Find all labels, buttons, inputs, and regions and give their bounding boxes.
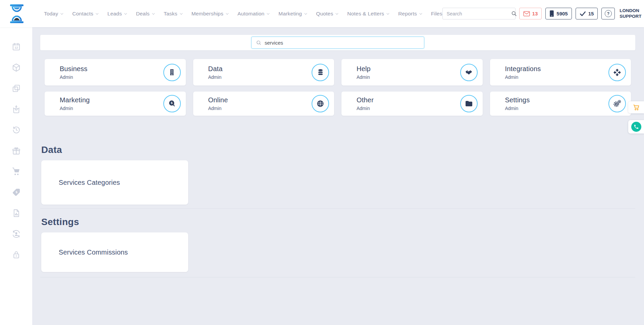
- phone-float-button[interactable]: [628, 120, 644, 133]
- dollar-chat-icon: $: [163, 95, 181, 112]
- link-services-commissions[interactable]: Services Commissions: [59, 249, 128, 256]
- folder-icon: [460, 95, 478, 112]
- card-title: Integrations: [505, 65, 541, 73]
- nav-label: Today: [44, 11, 58, 17]
- chevron-down-icon: [419, 12, 422, 14]
- nav-item-files[interactable]: Files: [431, 11, 442, 17]
- card-title: Other: [357, 96, 374, 104]
- report-document-icon[interactable]: [11, 208, 21, 218]
- phone-badge[interactable]: 5905: [545, 8, 572, 19]
- svg-text:12: 12: [14, 46, 18, 49]
- nav-label: Contacts: [72, 11, 93, 17]
- handshake-icon: [460, 64, 478, 81]
- nav-label: Reports: [398, 11, 417, 17]
- move-arrows-icon: [608, 64, 626, 81]
- gift-icon[interactable]: [11, 146, 21, 156]
- chevron-down-icon: [386, 12, 389, 14]
- section-divider: [40, 277, 635, 277]
- card-business-admin[interactable]: Business Admin: [45, 59, 186, 86]
- nav-item-tasks[interactable]: Tasks: [164, 11, 182, 17]
- smartphone-icon: [549, 10, 554, 17]
- card-integrations-admin[interactable]: Integrations Admin: [490, 59, 631, 86]
- topbar-search: [442, 8, 516, 19]
- settings-section-card: Services Commissions: [41, 232, 188, 272]
- question-mark-icon: ?: [605, 10, 612, 17]
- chevron-down-icon: [180, 12, 182, 14]
- nav-label: Automation: [237, 11, 264, 17]
- topbar-right-cluster: 13 5905 15 ? LONDON SUPPORT: [442, 6, 644, 21]
- svg-text:$: $: [15, 190, 17, 194]
- card-title: Online: [208, 96, 228, 104]
- app-logo-hourglass[interactable]: [9, 4, 24, 23]
- card-subtitle: Admin: [505, 106, 530, 111]
- shopping-bag-download-icon[interactable]: [11, 104, 21, 114]
- section-title-settings: Settings: [41, 217, 635, 227]
- card-title: Business: [60, 65, 88, 73]
- search-icon: [256, 40, 262, 46]
- nav-label: Quotes: [316, 11, 333, 17]
- search-button[interactable]: [511, 8, 517, 19]
- card-title: Help: [357, 65, 371, 73]
- nav-item-deals[interactable]: Deals: [136, 11, 154, 17]
- left-sidebar: 12: [0, 27, 32, 325]
- database-icon: [312, 64, 329, 81]
- nav-item-contacts[interactable]: Contacts: [72, 11, 98, 17]
- phone-count: 5905: [556, 11, 568, 16]
- lock-icon[interactable]: [11, 250, 21, 260]
- nav-item-memberships[interactable]: Memberships: [192, 11, 228, 17]
- globe-icon: [312, 95, 329, 112]
- shopping-cart-icon[interactable]: [11, 167, 21, 176]
- messages-badge[interactable]: 13: [519, 8, 542, 19]
- copy-icon[interactable]: [11, 84, 21, 93]
- help-button[interactable]: ?: [601, 8, 615, 19]
- nav-label: Tasks: [164, 11, 177, 17]
- chevron-down-icon: [267, 12, 269, 14]
- cart-icon: [632, 103, 640, 111]
- main-content: Business Admin Data Admin: [32, 27, 644, 325]
- card-online-admin[interactable]: Online Admin: [193, 92, 334, 116]
- nav-label: Marketing: [278, 11, 302, 17]
- section-divider: [40, 208, 635, 209]
- nav-item-notes-letters[interactable]: Notes & Letters: [347, 11, 388, 17]
- card-subtitle: Admin: [208, 74, 223, 80]
- main-nav: Today Contacts Leads Deals Tasks Members…: [44, 11, 442, 17]
- card-data-admin[interactable]: Data Admin: [193, 59, 334, 86]
- nav-item-marketing[interactable]: Marketing: [278, 11, 306, 17]
- card-marketing-admin[interactable]: Marketing Admin $: [45, 92, 186, 116]
- nav-item-today[interactable]: Today: [44, 11, 62, 17]
- card-subtitle: Admin: [208, 106, 228, 111]
- topbar-search-input[interactable]: [443, 11, 511, 16]
- building-icon: [163, 64, 181, 81]
- envelope-icon: [523, 11, 530, 16]
- card-title: Marketing: [60, 96, 90, 104]
- cart-float-button[interactable]: [628, 101, 644, 113]
- chevron-down-icon: [304, 12, 307, 14]
- card-settings-admin[interactable]: Settings Admin: [490, 92, 631, 116]
- card-other-admin[interactable]: Other Admin: [341, 92, 483, 116]
- chevron-down-icon: [226, 12, 228, 14]
- chevron-down-icon: [336, 12, 338, 14]
- card-subtitle: Admin: [60, 74, 88, 80]
- price-tag-icon[interactable]: $: [11, 187, 21, 197]
- card-subtitle: Admin: [357, 106, 374, 111]
- chevron-down-icon: [96, 12, 98, 14]
- history-icon[interactable]: [11, 125, 21, 135]
- nav-item-quotes[interactable]: Quotes: [316, 11, 337, 17]
- card-subtitle: Admin: [60, 106, 90, 111]
- card-help-admin[interactable]: Help Admin: [341, 59, 483, 86]
- phone-call-icon: [631, 122, 641, 132]
- tasks-badge[interactable]: 15: [576, 8, 598, 19]
- nav-item-reports[interactable]: Reports: [398, 11, 421, 17]
- user-name-line2: SUPPORT: [620, 14, 641, 19]
- package-icon[interactable]: [11, 63, 21, 72]
- section-title-data: Data: [41, 145, 635, 155]
- link-services-categories[interactable]: Services Categories: [59, 179, 120, 186]
- nav-item-automation[interactable]: Automation: [237, 11, 269, 17]
- account-sync-icon[interactable]: [11, 229, 21, 239]
- calendar-icon[interactable]: 12: [11, 42, 21, 52]
- chevron-down-icon: [152, 12, 155, 14]
- admin-search: [251, 37, 424, 49]
- admin-search-input[interactable]: [265, 40, 424, 46]
- nav-label: Leads: [107, 11, 122, 17]
- nav-item-leads[interactable]: Leads: [107, 11, 126, 17]
